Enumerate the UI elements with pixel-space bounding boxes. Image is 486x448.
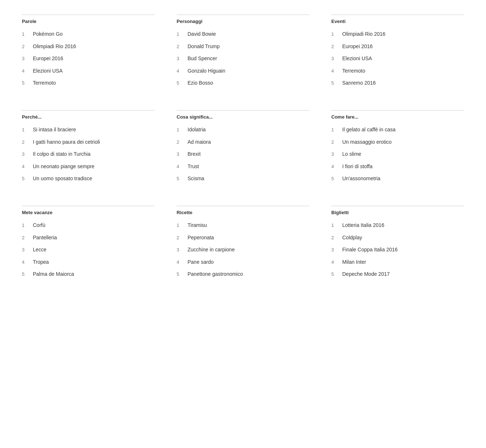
list-number: 1: [331, 126, 339, 133]
list-number: 5: [22, 80, 30, 86]
list-item: 5Ezio Bosso: [177, 80, 309, 87]
list-item: 4Milan Inter: [331, 259, 464, 266]
list-number: 3: [22, 246, 30, 253]
list-item: 1Lotteria Italia 2016: [331, 222, 464, 229]
list-text: Gonzalo Higuain: [188, 67, 225, 75]
list-text: Trust: [188, 163, 199, 170]
list-text: Pantelleria: [33, 234, 57, 242]
list-number: 1: [22, 31, 30, 38]
list-text: Panettone gastronomico: [188, 271, 243, 278]
section-title-mete-vacanze: Mete vacanze: [22, 206, 155, 215]
list-text: Lotteria Italia 2016: [342, 222, 384, 229]
list-number: 3: [331, 151, 339, 158]
list-parole: 1Pokémon Go2Olimpiadi Rio 20163Europei 2…: [22, 31, 155, 87]
list-number: 2: [331, 234, 339, 241]
list-item: 2I gatti hanno paura dei cetrioli: [22, 139, 155, 146]
section-mete-vacanze: Mete vacanze1Corfù2Pantelleria3Lecce4Tro…: [11, 198, 166, 294]
list-item: 5Depeche Mode 2017: [331, 271, 464, 278]
list-text: Scisma: [188, 175, 204, 182]
list-text: David Bowie: [188, 31, 216, 38]
list-text: Il gelato al caffè in casa: [342, 126, 396, 134]
list-text: Palma de Maiorca: [33, 271, 74, 278]
list-text: Depeche Mode 2017: [342, 271, 390, 278]
section-title-come-fare: Come fare...: [331, 110, 464, 120]
list-text: Si intasa il braciere: [33, 126, 76, 134]
list-item: 5Sanremo 2016: [331, 80, 464, 87]
list-item: 3Finale Coppa Italia 2016: [331, 246, 464, 254]
list-number: 3: [177, 55, 185, 62]
section-title-personaggi: Personaggi: [177, 15, 309, 24]
list-number: 4: [331, 67, 339, 74]
list-number: 5: [331, 271, 339, 278]
list-item: 1Il gelato al caffè in casa: [331, 126, 464, 134]
list-number: 5: [22, 175, 30, 182]
list-number: 3: [22, 55, 30, 62]
main-grid: Parole1Pokémon Go2Olimpiadi Rio 20163Eur…: [11, 7, 475, 294]
list-number: 2: [177, 234, 185, 241]
list-item: 1David Bowie: [177, 31, 309, 38]
list-item: 1Corfù: [22, 222, 155, 229]
list-text: Un'assonometria: [342, 175, 381, 182]
list-number: 4: [177, 259, 185, 266]
list-item: 2Europei 2016: [331, 43, 464, 50]
list-item: 3Europei 2016: [22, 55, 155, 62]
list-item: 2Peperonata: [177, 234, 309, 242]
section-cosa-significa: Cosa significa...1Idolatria2Ad maiora3Br…: [166, 103, 320, 198]
list-cosa-significa: 1Idolatria2Ad maiora3Brexit4Trust5Scisma: [177, 126, 309, 182]
list-item: 2Pantelleria: [22, 234, 155, 242]
list-item: 2Un massaggio erotico: [331, 139, 464, 146]
section-come-fare: Come fare...1Il gelato al caffè in casa2…: [320, 103, 475, 198]
list-text: Europei 2016: [33, 55, 63, 62]
list-text: I fiori di stoffa: [342, 163, 373, 170]
list-perche: 1Si intasa il braciere2I gatti hanno pau…: [22, 126, 155, 182]
list-number: 4: [331, 163, 339, 170]
list-item: 4Terremoto: [331, 67, 464, 75]
list-number: 2: [177, 43, 185, 50]
list-number: 3: [331, 246, 339, 253]
list-text: Coldplay: [342, 234, 362, 242]
list-item: 5Un uomo sposato tradisce: [22, 175, 155, 182]
list-item: 1Pokémon Go: [22, 31, 155, 38]
section-title-perche: Perché...: [22, 110, 155, 120]
list-item: 3Brexit: [177, 151, 309, 158]
list-number: 1: [331, 222, 339, 229]
list-number: 1: [22, 126, 30, 133]
list-text: Olimpiadi Rio 2016: [33, 43, 76, 50]
list-text: Donald Trump: [188, 43, 220, 50]
list-text: Lecce: [33, 246, 46, 254]
list-text: Milan Inter: [342, 259, 366, 266]
list-come-fare: 1Il gelato al caffè in casa2Un massaggio…: [331, 126, 464, 182]
list-number: 1: [22, 222, 30, 229]
list-item: 5Terremoto: [22, 80, 155, 87]
list-text: Brexit: [188, 151, 201, 158]
section-eventi: Eventi1Olimpiadi Rio 20162Europei 20163E…: [320, 7, 475, 103]
list-item: 5Scisma: [177, 175, 309, 182]
list-text: Ezio Bosso: [188, 80, 213, 87]
list-text: Zucchine in carpione: [188, 246, 235, 254]
list-number: 2: [22, 139, 30, 146]
list-item: 2Coldplay: [331, 234, 464, 242]
list-number: 4: [22, 163, 30, 170]
list-number: 4: [22, 259, 30, 266]
list-biglietti: 1Lotteria Italia 20162Coldplay3Finale Co…: [331, 222, 464, 278]
list-text: Un neonato piange sempre: [33, 163, 94, 170]
section-title-biglietti: Biglietti: [331, 206, 464, 215]
list-text: Un massaggio erotico: [342, 139, 392, 146]
page-container: Parole1Pokémon Go2Olimpiadi Rio 20163Eur…: [11, 7, 475, 294]
list-item: 3Zucchine in carpione: [177, 246, 309, 254]
list-number: 3: [177, 246, 185, 253]
list-item: 3Lecce: [22, 246, 155, 254]
list-item: 1Tiramisu: [177, 222, 309, 229]
list-item: 5Palma de Maiorca: [22, 271, 155, 278]
list-text: Terremoto: [342, 67, 365, 75]
list-item: 5Un'assonometria: [331, 175, 464, 182]
list-ricette: 1Tiramisu2Peperonata3Zucchine in carpion…: [177, 222, 309, 278]
list-eventi: 1Olimpiadi Rio 20162Europei 20163Elezion…: [331, 31, 464, 87]
list-item: 2Ad maiora: [177, 139, 309, 146]
list-item: 4Pane sardo: [177, 259, 309, 266]
section-title-eventi: Eventi: [331, 15, 464, 24]
list-text: Pane sardo: [188, 259, 214, 266]
section-biglietti: Biglietti1Lotteria Italia 20162Coldplay3…: [320, 198, 475, 294]
list-text: Bud Spencer: [188, 55, 217, 62]
list-text: Il colpo di stato in Turchia: [33, 151, 90, 158]
